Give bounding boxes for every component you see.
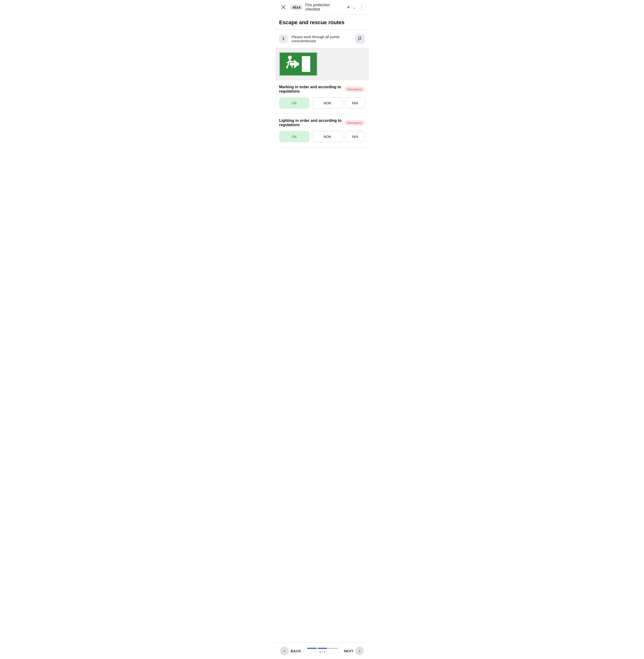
header-title: Fire protection checklist [305, 3, 344, 12]
mandatory-badge-lighting: Mandatory [345, 120, 365, 126]
next-button[interactable]: NEXT › [344, 646, 364, 655]
checklist-id-badge: 4514 [290, 4, 303, 10]
flag-button[interactable] [355, 34, 365, 44]
close-button[interactable] [279, 3, 288, 12]
section-title: Escape and rescue routes [279, 19, 365, 26]
back-button[interactable]: ‹ BACK [280, 646, 301, 655]
item-label-lighting: Lighting in order and according to regul… [279, 118, 342, 127]
mandatory-badge-marking: Mandatory [345, 87, 365, 92]
item-header-lighting: Lighting in order and according to regul… [279, 118, 365, 127]
next-label: NEXT [344, 649, 353, 653]
instruction-text: Please work through all points conscient… [292, 35, 351, 43]
nok-button-lighting[interactable]: NOK [312, 131, 343, 142]
progress-seg-1 [307, 648, 317, 649]
checklist-item-lighting: Lighting in order and according to regul… [275, 114, 369, 147]
checklist-item-marking: Marking in order and according to regula… [275, 80, 369, 114]
ok-button-marking[interactable]: OK [279, 97, 309, 109]
app-header: 4514 Fire protection checklist ⌄ ⋮ [275, 0, 369, 15]
section-title-bar: Escape and rescue routes [275, 15, 369, 30]
na-button-lighting[interactable]: N/A [345, 131, 365, 142]
step-number: 1 [279, 35, 288, 43]
chevron-down-icon[interactable]: ⌄ [353, 5, 356, 9]
ok-button-lighting[interactable]: OK [279, 131, 309, 142]
image-area [275, 48, 369, 80]
back-circle-icon: ‹ [280, 646, 289, 655]
nok-button-marking[interactable]: NOK [312, 97, 343, 109]
status-dot [347, 6, 349, 8]
back-label: BACK [291, 649, 301, 653]
next-circle-icon: › [355, 646, 364, 655]
progress-seg-2 [318, 648, 327, 649]
progress-indicator: 2 / 7 [307, 648, 338, 654]
bottom-navigation: ‹ BACK 2 / 7 NEXT › [275, 642, 369, 659]
instruction-row: 1 Please work through all points conscie… [275, 30, 369, 48]
action-buttons-marking: OK NOK N/A [279, 97, 365, 109]
more-options-icon[interactable]: ⋮ [358, 3, 365, 11]
progress-bar [307, 648, 338, 649]
progress-text: 2 / 7 [319, 650, 325, 654]
item-header-marking: Marking in order and according to regula… [279, 85, 365, 93]
svg-point-2 [288, 56, 292, 60]
item-label-marking: Marking in order and according to regula… [279, 85, 342, 93]
action-buttons-lighting: OK NOK N/A [279, 131, 365, 142]
exit-sign-image [279, 52, 318, 76]
progress-seg-3 [328, 648, 338, 649]
svg-rect-4 [302, 56, 310, 72]
svg-rect-3 [290, 63, 299, 65]
na-button-marking[interactable]: N/A [345, 97, 365, 109]
